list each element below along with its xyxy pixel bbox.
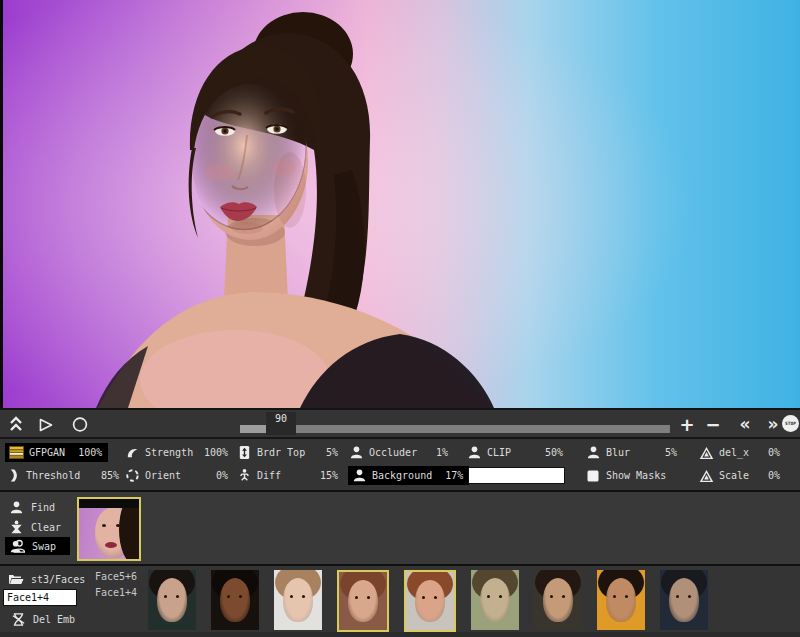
person-icon — [585, 445, 601, 461]
gfpgan-control[interactable]: GFPGAN100% — [5, 443, 108, 462]
thumbnail-face — [283, 578, 313, 621]
background-label: Background — [372, 470, 432, 481]
record-button[interactable] — [66, 412, 94, 437]
strength-control[interactable]: Strength100% — [124, 443, 228, 462]
hourglass-x-icon — [10, 611, 26, 627]
face-5-thumbnail[interactable] — [404, 570, 456, 632]
threshold-curve-icon — [5, 468, 21, 484]
stop-button[interactable]: STOP — [782, 415, 799, 432]
transport-bar: 90 + − « » STOP — [0, 408, 800, 437]
rewind-button[interactable]: « — [732, 413, 758, 435]
threshold-value: 85% — [101, 470, 119, 481]
delete-embedding-button[interactable]: Del Emb — [10, 611, 75, 627]
gfpgan-logo-icon — [8, 445, 24, 461]
zoom-in-button[interactable]: + — [676, 414, 698, 434]
thumbnail-face — [606, 578, 636, 621]
person-hourglass-icon — [8, 519, 24, 535]
diff-control[interactable]: Diff15% — [236, 466, 338, 485]
faces-folder-label: st3/Faces — [31, 574, 85, 585]
frame-slider-handle[interactable]: 90 — [266, 412, 296, 435]
blur-control[interactable]: Blur5% — [585, 443, 677, 462]
del-x-control[interactable]: del_x0% — [698, 443, 780, 462]
clip-text-input[interactable] — [468, 467, 565, 484]
orient-dashed-circle-icon — [124, 468, 140, 484]
thumbnail-face — [415, 580, 445, 622]
marker-up-button[interactable] — [7, 413, 25, 435]
face-7-thumbnail[interactable] — [534, 570, 582, 630]
clip-control[interactable]: CLIP50% — [466, 443, 563, 462]
play-icon — [38, 417, 54, 433]
record-circle-icon — [72, 417, 88, 433]
clip-value: 50% — [545, 447, 563, 458]
gfpgan-label: GFPGAN — [29, 447, 65, 458]
show-masks-control[interactable]: Show Masks — [585, 466, 677, 485]
video-preview — [0, 0, 800, 408]
diff-label: Diff — [257, 470, 281, 481]
frame-slider-fill — [240, 425, 268, 433]
swap-button[interactable]: Swap — [5, 537, 70, 555]
folder-open-icon — [8, 571, 24, 587]
thumbnail-face — [480, 578, 510, 621]
face-8-thumbnail[interactable] — [597, 570, 645, 630]
blur-label: Blur — [606, 447, 630, 458]
scale-control[interactable]: Scale0% — [698, 466, 780, 485]
strength-label: Strength — [145, 447, 193, 458]
find-button[interactable]: Find — [8, 498, 55, 516]
preview-photo — [0, 0, 800, 408]
occluder-label: Occluder — [369, 447, 417, 458]
strength-curve-icon — [124, 445, 140, 461]
orient-control[interactable]: Orient0% — [124, 466, 228, 485]
play-button[interactable] — [31, 412, 61, 437]
background-control[interactable]: Background17% — [348, 466, 469, 485]
occluder-control[interactable]: Occluder1% — [348, 443, 448, 462]
clip-label: CLIP — [487, 447, 511, 458]
face-panel: Find Clear Swap — [0, 490, 800, 564]
slot-label-1[interactable]: Face5+6 — [95, 571, 137, 582]
face-2-thumbnail[interactable] — [211, 570, 259, 630]
face-9-thumbnail[interactable] — [660, 570, 708, 630]
thumbnail-face — [348, 580, 378, 622]
brdr-top-control[interactable]: Brdr Top5% — [236, 443, 338, 462]
person-icon — [466, 445, 482, 461]
threshold-label: Threshold — [26, 470, 80, 481]
people-icon — [9, 538, 25, 554]
blur-value: 5% — [665, 447, 677, 458]
person-icon — [351, 468, 367, 484]
thumbnail-face — [669, 578, 699, 621]
current-face-thumbnail — [77, 497, 141, 561]
clear-label: Clear — [31, 522, 61, 533]
zoom-out-button[interactable]: − — [702, 414, 724, 434]
diff-value: 15% — [320, 470, 338, 481]
embedding-name-input[interactable] — [3, 589, 77, 606]
face-1-thumbnail[interactable] — [148, 570, 196, 630]
face-4-thumbnail[interactable] — [337, 570, 389, 632]
checkbox-icon — [585, 468, 601, 484]
current-face-topbar — [79, 499, 139, 508]
face-6-thumbnail[interactable] — [471, 570, 519, 630]
frame-slider[interactable] — [240, 425, 670, 433]
face-library: st3/Faces Del Emb Face5+6 Face1+4 — [0, 564, 800, 637]
orient-label: Orient — [145, 470, 181, 481]
thumbnail-face — [157, 578, 187, 621]
swap-label: Swap — [32, 541, 56, 552]
warning-triangle-icon — [698, 468, 714, 484]
occluder-value: 1% — [436, 447, 448, 458]
threshold-control[interactable]: Threshold85% — [5, 466, 119, 485]
strength-value: 100% — [204, 447, 228, 458]
warning-triangle-icon — [698, 445, 714, 461]
diff-figure-icon — [236, 468, 252, 484]
stop-icon: STOP — [782, 415, 799, 432]
scale-value: 0% — [768, 470, 780, 481]
slot-label-2[interactable]: Face1+4 — [95, 587, 137, 598]
del-x-label: del_x — [719, 447, 749, 458]
faces-folder-button[interactable]: st3/Faces — [8, 571, 85, 587]
brdr-top-label: Brdr Top — [257, 447, 305, 458]
scale-label: Scale — [719, 470, 749, 481]
faceswap-app-window: 90 + − « » STOP GFPGAN100%Strength100%Br… — [0, 0, 800, 637]
thumbnail-face — [220, 578, 250, 621]
thumbnail-face — [543, 578, 573, 621]
clear-button[interactable]: Clear — [8, 518, 61, 536]
double-chevron-up-icon — [8, 416, 24, 432]
delete-embedding-label: Del Emb — [33, 614, 75, 625]
face-3-thumbnail[interactable] — [274, 570, 322, 630]
